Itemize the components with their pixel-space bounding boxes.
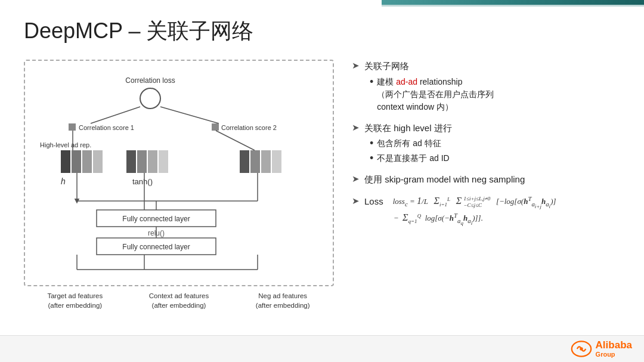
bottom-bar: Alibaba Group — [0, 335, 644, 362]
dot-2b: • — [370, 152, 373, 165]
svg-rect-16 — [148, 150, 157, 173]
svg-rect-13 — [93, 150, 103, 173]
svg-rect-19 — [250, 150, 260, 173]
svg-rect-15 — [137, 150, 147, 173]
dot-1: • — [370, 76, 373, 89]
bullet-1: ➤ 关联子网络 • 建模 ad-ad relationship （两个广告是否在… — [352, 60, 620, 113]
alibaba-logo: Alibaba Group — [571, 338, 632, 360]
svg-line-8 — [216, 131, 255, 150]
svg-rect-12 — [82, 150, 92, 173]
loss-formula-line2: − Σq=1Q log[σ(−hTaqhai)]]. — [388, 212, 620, 226]
svg-text:Correlation score 1: Correlation score 1 — [79, 124, 134, 131]
svg-rect-21 — [272, 150, 281, 173]
corr-loss-label: Correlation loss — [125, 76, 175, 85]
arrow-icon-2: ➤ — [352, 122, 360, 133]
svg-rect-5 — [212, 123, 219, 131]
svg-line-1 — [91, 107, 140, 123]
svg-text:tanh(): tanh() — [132, 177, 153, 186]
svg-text:Fully connected layer: Fully connected layer — [122, 243, 190, 251]
bullet-2-sub-1: 包含所有 ad 特征 — [377, 137, 441, 150]
arrow-icon-3: ➤ — [352, 174, 360, 184]
svg-rect-14 — [126, 150, 136, 173]
svg-point-0 — [140, 88, 160, 109]
svg-rect-3 — [69, 123, 76, 131]
svg-rect-20 — [261, 150, 271, 173]
bullet-1-sub-1: 建模 ad-ad relationship （两个广告是否在用户点击序列 con… — [377, 76, 494, 113]
svg-rect-17 — [159, 150, 168, 173]
svg-rect-10 — [61, 150, 70, 173]
alibaba-brand: Alibaba — [596, 340, 632, 351]
arrow-icon-4: ➤ — [352, 196, 360, 206]
main-content: Correlation loss Correlation score 1 Cor… — [24, 60, 620, 332]
diagram-panel: Correlation loss Correlation score 1 Cor… — [24, 60, 334, 332]
bullet-1-main: 关联子网络 — [364, 60, 409, 73]
bullet-2-main: 关联在 high level 进行 — [364, 122, 452, 135]
text-panel: ➤ 关联子网络 • 建模 ad-ad relationship （两个广告是否在… — [352, 60, 620, 332]
bullet-4-main: Loss — [364, 195, 383, 209]
loss-formula-inline: lossc = 1/L Σi=1L Σ 1≤i+j≤L,j≠0 −C≤j≤C [… — [393, 195, 556, 209]
bullet-3: ➤ 使用 skip-gram model with neg sampling — [352, 173, 620, 187]
dot-2a: • — [370, 137, 373, 150]
alibaba-group-label: Group — [596, 351, 632, 358]
svg-text:h: h — [61, 177, 66, 186]
diagram-box: Correlation loss Correlation score 1 Cor… — [24, 60, 334, 286]
svg-point-41 — [580, 347, 583, 350]
bullet-4: ➤ Loss lossc = 1/L Σi=1L Σ 1≤i+j≤L,j≠0 −… — [352, 195, 620, 226]
alibaba-icon — [571, 338, 592, 360]
svg-line-2 — [160, 107, 219, 123]
svg-rect-11 — [72, 150, 81, 173]
bullet-2: ➤ 关联在 high level 进行 • 包含所有 ad 特征 • 不是直接基… — [352, 122, 620, 165]
page-title: DeepMCP – 关联子网络 — [24, 17, 253, 46]
bullet-2-sub-2: 不是直接基于 ad ID — [377, 152, 449, 165]
svg-text:Fully connected layer: Fully connected layer — [122, 215, 190, 223]
svg-text:Correlation score 2: Correlation score 2 — [221, 124, 277, 131]
svg-rect-18 — [240, 150, 249, 173]
bullet-3-main: 使用 skip-gram model with neg sampling — [364, 173, 525, 187]
arrow-icon-1: ➤ — [352, 60, 360, 71]
architecture-diagram: Correlation loss Correlation score 1 Cor… — [34, 70, 332, 293]
svg-text:High-level ad rep.: High-level ad rep. — [40, 141, 91, 148]
